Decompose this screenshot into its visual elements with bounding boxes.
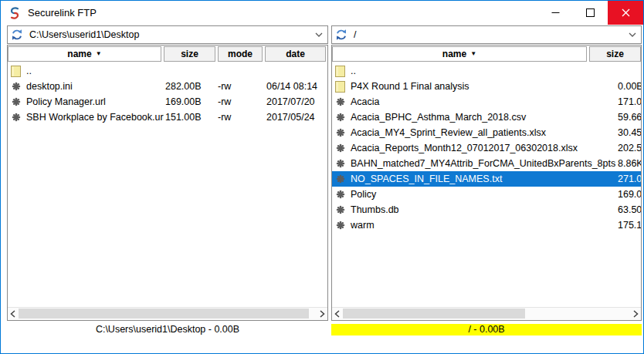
chevron-down-icon[interactable]: [624, 32, 641, 37]
file-row[interactable]: P4X Round 1 Final analysis0.00B: [332, 79, 641, 94]
sort-descending-icon: ▼: [96, 51, 102, 57]
sort-descending-icon: ▼: [470, 51, 476, 57]
file-name-cell: Acacia_Reports_Month12_07012017_06302018…: [332, 143, 616, 153]
maximize-button[interactable]: [573, 1, 608, 25]
file-size: 282.00B: [164, 81, 216, 92]
file-date: 2017/07/20: [265, 96, 327, 107]
file-row[interactable]: Acacia_BPHC_Asthma_March_2018.csv59.66: [332, 110, 641, 125]
refresh-icon[interactable]: [335, 29, 347, 41]
folder-icon: [10, 66, 22, 77]
column-header-name[interactable]: name ▼: [8, 46, 161, 62]
file-name-cell: P4X Round 1 Final analysis: [332, 81, 616, 93]
file-mode: -rw: [216, 112, 265, 123]
file-name-cell: ..: [8, 66, 164, 77]
file-icon: [334, 128, 346, 137]
file-icon: [10, 113, 22, 122]
file-date: 06/14 08:14: [265, 81, 327, 92]
file-name: Acacia_Reports_Month12_07012017_06302018…: [351, 143, 578, 153]
column-header-size[interactable]: size: [589, 46, 641, 62]
remote-pane: / name ▼ size ..P4X Round 1 Final analys…: [331, 25, 642, 335]
file-icon: [334, 97, 346, 106]
local-path-combo[interactable]: C:\Users\userid1\Desktop: [7, 25, 328, 44]
file-name: Acacia: [351, 96, 380, 107]
local-path-input[interactable]: C:\Users\userid1\Desktop: [29, 29, 310, 40]
file-name-cell: Acacia: [332, 96, 616, 107]
file-row[interactable]: NO_SPACES_IN_FILE_NAMES.txt271.0: [332, 171, 641, 187]
refresh-icon[interactable]: [11, 29, 23, 41]
chevron-down-icon[interactable]: [310, 32, 327, 37]
scrollbar-track[interactable]: [18, 308, 317, 320]
file-name-cell: SBH Workplace by Facebook.url: [8, 112, 164, 123]
securelink-app-icon: [8, 6, 22, 20]
file-row[interactable]: desktop.ini282.00B-rw06/14 08:14: [8, 79, 327, 94]
file-name-cell: BAHN_matched7_MY4Attrib_ForCMA_UnitedBxP…: [332, 158, 616, 169]
scroll-left-icon[interactable]: [8, 308, 18, 320]
column-header-date[interactable]: date: [265, 46, 326, 62]
scrollbar-track[interactable]: [342, 308, 631, 320]
file-row[interactable]: Policy Manager.url169.00B-rw2017/07/20: [8, 94, 327, 110]
file-name-cell: Policy Manager.url: [8, 96, 164, 107]
remote-horizontal-scrollbar[interactable]: [332, 307, 641, 320]
window-title: Securelink FTP: [28, 7, 97, 19]
file-name: Acacia_BPHC_Asthma_March_2018.csv: [351, 112, 526, 123]
file-name: Acacia_MY4_Sprint_Review_all_patients.xl…: [351, 127, 546, 138]
title-bar[interactable]: Securelink FTP: [1, 1, 643, 25]
file-row[interactable]: Thumbs.db63.50: [332, 202, 641, 217]
close-button[interactable]: [608, 1, 643, 25]
file-size: 169.0: [616, 189, 641, 200]
file-icon: [10, 97, 22, 106]
file-mode: -rw: [216, 96, 265, 107]
file-size: 202.5: [616, 143, 641, 153]
remote-file-listbox: name ▼ size ..P4X Round 1 Final analysis…: [331, 45, 642, 321]
file-icon: [334, 113, 346, 122]
file-row[interactable]: warm175.1: [332, 217, 641, 233]
maximize-icon: [586, 6, 595, 20]
file-row[interactable]: ..: [332, 63, 641, 79]
file-name: BAHN_matched7_MY4Attrib_ForCMA_UnitedBxP…: [351, 158, 616, 169]
securelink-ftp-window: Securelink FTP: [0, 0, 644, 354]
file-size: 175.1: [616, 220, 641, 231]
column-header-name[interactable]: name ▼: [332, 46, 587, 62]
file-icon: [10, 82, 22, 91]
file-size: 0.00B: [616, 81, 641, 92]
scrollbar-thumb[interactable]: [19, 308, 309, 319]
file-name-cell: Acacia_BPHC_Asthma_March_2018.csv: [332, 112, 616, 123]
column-header-size[interactable]: size: [164, 46, 215, 62]
file-icon: [334, 190, 346, 199]
file-name: ..: [351, 66, 356, 76]
local-column-headers: name ▼ size mode date: [8, 46, 327, 62]
file-row[interactable]: Acacia171.0: [332, 94, 641, 110]
file-name-cell: warm: [332, 220, 616, 231]
file-row[interactable]: Acacia_Reports_Month12_07012017_06302018…: [332, 140, 641, 156]
file-name: NO_SPACES_IN_FILE_NAMES.txt: [351, 174, 502, 184]
remote-path-combo[interactable]: /: [331, 25, 642, 44]
file-name: ..: [26, 66, 32, 76]
file-name-cell: desktop.ini: [8, 81, 164, 92]
scroll-right-icon[interactable]: [631, 308, 641, 320]
local-status-bar: C:\Users\userid1\Desktop - 0.00B: [7, 324, 328, 335]
file-size: 151.00B: [164, 112, 216, 123]
file-row[interactable]: BAHN_matched7_MY4Attrib_ForCMA_UnitedBxP…: [332, 156, 641, 171]
scrollbar-thumb[interactable]: [343, 308, 525, 319]
local-horizontal-scrollbar[interactable]: [8, 307, 327, 320]
file-mode: -rw: [216, 81, 265, 92]
scroll-left-icon[interactable]: [332, 308, 342, 320]
file-size: 271.0: [616, 174, 641, 184]
local-pane: C:\Users\userid1\Desktop name ▼ size mod…: [7, 25, 328, 335]
remote-path-input[interactable]: /: [354, 29, 624, 40]
file-row[interactable]: Acacia_MY4_Sprint_Review_all_patients.xl…: [332, 125, 641, 140]
file-icon: [334, 205, 346, 214]
local-file-list: ..desktop.ini282.00B-rw06/14 08:14Policy…: [8, 63, 327, 125]
file-size: 8.86K: [616, 158, 641, 169]
file-row[interactable]: Policy169.0: [332, 187, 641, 202]
file-row[interactable]: ..: [8, 63, 327, 79]
file-icon: [334, 159, 346, 168]
file-name: SBH Workplace by Facebook.url: [26, 112, 164, 123]
file-size: 30.45: [616, 127, 641, 138]
file-icon: [334, 174, 346, 184]
file-row[interactable]: SBH Workplace by Facebook.url151.00B-rw2…: [8, 110, 327, 125]
column-header-mode[interactable]: mode: [218, 46, 263, 62]
scroll-right-icon[interactable]: [317, 308, 327, 320]
remote-file-list: ..P4X Round 1 Final analysis0.00BAcacia1…: [332, 63, 641, 233]
minimize-button[interactable]: [538, 1, 573, 25]
